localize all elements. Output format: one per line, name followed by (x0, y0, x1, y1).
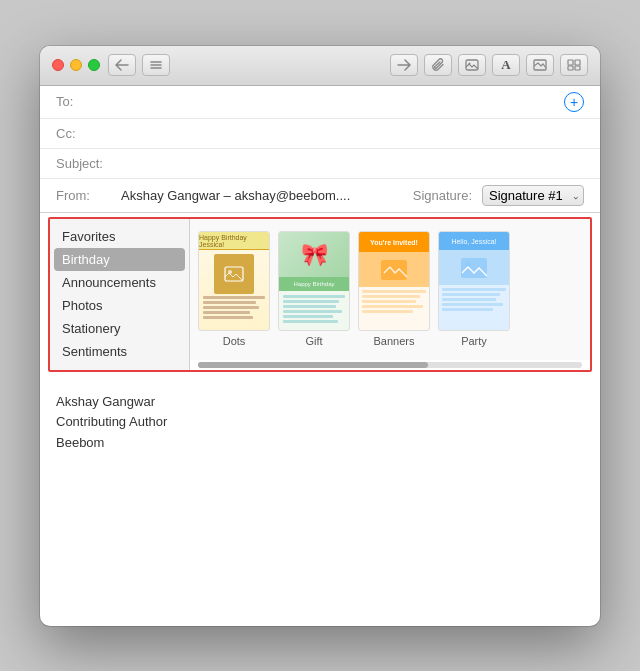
to-row: To: + (40, 86, 600, 119)
svg-rect-6 (575, 66, 580, 70)
dots-body (199, 250, 269, 330)
dots-lines (203, 296, 265, 319)
template-thumb-banners: You're Invited! (358, 231, 430, 331)
template-dots[interactable]: Happy Birthday Jessica! (198, 231, 270, 347)
template-thumb-party: Hello, Jessica! (438, 231, 510, 331)
sidebar-item-announcements[interactable]: Announcements (50, 271, 189, 294)
font-button[interactable]: A (492, 54, 520, 76)
svg-rect-4 (575, 60, 580, 65)
sidebar-item-stationery[interactable]: Stationery (50, 317, 189, 340)
back-button[interactable] (108, 54, 136, 76)
svg-rect-10 (461, 258, 487, 278)
traffic-lights (52, 59, 100, 71)
maximize-button[interactable] (88, 59, 100, 71)
list-button[interactable] (142, 54, 170, 76)
grid-button[interactable] (560, 54, 588, 76)
banners-header: You're Invited! (359, 232, 429, 252)
dots-header: Happy Birthday Jessica! (199, 232, 269, 250)
attachment-button[interactable] (424, 54, 452, 76)
svg-rect-3 (568, 60, 573, 65)
signature-line3: Beebom (56, 433, 584, 454)
from-value: Akshay Gangwar – akshay@beebom.... (121, 188, 403, 203)
party-header: Hello, Jessica! (439, 232, 509, 250)
forward-icon-button[interactable] (390, 54, 418, 76)
scroll-indicator (198, 362, 582, 368)
banners-photo (359, 252, 429, 287)
dots-label: Dots (223, 335, 246, 347)
party-body (439, 285, 509, 330)
gift-bow-icon: 🎀 (301, 242, 328, 268)
gift-top: 🎀 (279, 232, 349, 277)
template-thumb-gift: 🎀 Happy Birthday (278, 231, 350, 331)
banners-label: Banners (374, 335, 415, 347)
template-gift[interactable]: 🎀 Happy Birthday Gift (278, 231, 350, 347)
minimize-button[interactable] (70, 59, 82, 71)
dots-photo (214, 254, 254, 294)
signature-select[interactable]: Signature #1 (482, 185, 584, 206)
email-body[interactable]: Akshay Gangwar Contributing Author Beebo… (40, 376, 600, 626)
signature-line1: Akshay Gangwar (56, 392, 584, 413)
to-label: To: (56, 94, 121, 109)
gift-header: Happy Birthday (279, 277, 349, 291)
stationery-templates: Happy Birthday Jessica! (190, 219, 590, 360)
photo-button[interactable] (458, 54, 486, 76)
sidebar-item-sentiments[interactable]: Sentiments (50, 340, 189, 363)
email-fields: To: + Cc: Subject: From: Akshay Gangwar … (40, 86, 600, 213)
toolbar-left (108, 54, 170, 76)
toolbar-right: A (390, 54, 588, 76)
add-recipient-button[interactable]: + (564, 92, 584, 112)
cc-label: Cc: (56, 126, 121, 141)
sidebar-item-favorites[interactable]: Favorites (50, 225, 189, 248)
sidebar-item-birthday[interactable]: Birthday (54, 248, 185, 271)
signature-select-wrapper: Signature #1 (482, 185, 584, 206)
party-label: Party (461, 335, 487, 347)
subject-label: Subject: (56, 156, 121, 171)
image-button[interactable] (526, 54, 554, 76)
from-label: From: (56, 188, 111, 203)
template-party[interactable]: Hello, Jessica! Party (438, 231, 510, 347)
title-bar: A (40, 46, 600, 86)
signature-block: Akshay Gangwar Contributing Author Beebo… (56, 392, 584, 454)
svg-rect-5 (568, 66, 573, 70)
template-banners[interactable]: You're Invited! Banners (358, 231, 430, 347)
signature-line2: Contributing Author (56, 412, 584, 433)
gift-body (279, 291, 349, 330)
signature-label: Signature: (413, 188, 472, 203)
from-row: From: Akshay Gangwar – akshay@beebom....… (40, 179, 600, 212)
svg-rect-9 (381, 260, 407, 280)
gift-label: Gift (305, 335, 322, 347)
subject-row: Subject: (40, 149, 600, 179)
party-photo (439, 250, 509, 285)
email-compose-window: A To: + Cc: Subject: From: Akshay Gangwa (40, 46, 600, 626)
cc-row: Cc: (40, 119, 600, 149)
scroll-track (198, 362, 428, 368)
template-thumb-dots: Happy Birthday Jessica! (198, 231, 270, 331)
banners-body (359, 287, 429, 330)
close-button[interactable] (52, 59, 64, 71)
stationery-panel: Favorites Birthday Announcements Photos … (48, 217, 592, 372)
stationery-sidebar: Favorites Birthday Announcements Photos … (50, 219, 190, 370)
sidebar-item-photos[interactable]: Photos (50, 294, 189, 317)
